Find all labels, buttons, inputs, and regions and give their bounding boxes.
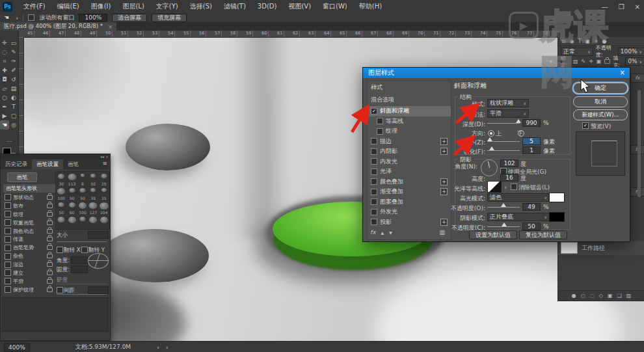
angle-dial[interactable]	[481, 159, 498, 176]
menu-item-0[interactable]: 文件(F)	[18, 0, 51, 13]
brush-option-checkbox[interactable]	[5, 219, 11, 226]
technique-select[interactable]: 平滑	[487, 109, 529, 118]
lock-artboard-icon[interactable]: ▣	[597, 59, 602, 64]
filter-toggle-icon[interactable]: ●	[602, 38, 607, 44]
brush-preset[interactable]	[88, 215, 98, 229]
size-slider[interactable]	[487, 141, 520, 142]
brush-hardness-slider[interactable]	[57, 284, 107, 284]
brush-option-0[interactable]: 形状动态	[3, 193, 53, 202]
brush-option-checkbox[interactable]	[5, 253, 11, 260]
lock-pixels-icon[interactable]: ✎	[581, 59, 585, 64]
gloss-contour-thumbnail[interactable]	[487, 181, 502, 193]
blur-tool-icon[interactable]: ○	[0, 93, 9, 102]
new-adjustment-icon[interactable]: ▣	[608, 293, 613, 299]
shape-tool-icon[interactable]: ▢	[9, 111, 18, 120]
depth-slider[interactable]	[487, 123, 520, 124]
brush-preset[interactable]: 100	[56, 186, 66, 200]
mask-from-path-icon[interactable]: ◇	[599, 293, 603, 299]
style-checkbox[interactable]	[371, 148, 377, 155]
brush-preset[interactable]	[77, 215, 88, 229]
crop-tool-icon[interactable]: ⌗	[0, 57, 9, 66]
minimize-icon[interactable]: —	[602, 3, 608, 10]
menu-item-8[interactable]: 视图(V)	[282, 0, 317, 13]
brush-option-4[interactable]: 颜色动态	[3, 227, 53, 236]
brush-preset[interactable]: 25	[99, 172, 109, 186]
brush-option-checkbox[interactable]	[5, 262, 11, 268]
brush-option-3[interactable]: 双重画笔	[3, 219, 53, 227]
size-value[interactable]: 5	[522, 137, 541, 145]
brush-roundness-value[interactable]	[71, 265, 88, 273]
quick-selection-tool-icon[interactable]: ✎	[9, 47, 18, 57]
style-checkbox[interactable]	[371, 158, 377, 165]
brush-preset[interactable]	[66, 215, 77, 229]
brush-option-2[interactable]: 纹理	[3, 210, 53, 219]
brush-option-checkbox[interactable]	[5, 211, 11, 217]
lasso-tool-icon[interactable]: ◌	[0, 47, 9, 57]
healing-brush-tool-icon[interactable]: ✚	[0, 66, 9, 75]
brush-preset[interactable]: 204	[99, 200, 109, 215]
brush-preset[interactable]: 100	[77, 200, 88, 215]
brush-option-checkbox[interactable]	[5, 278, 11, 284]
brush-preset[interactable]: 50	[56, 200, 66, 215]
menu-item-9[interactable]: 窗口(W)	[317, 0, 353, 13]
history-brush-tool-icon[interactable]: ↺	[9, 75, 18, 84]
panel-scrollbar[interactable]	[637, 90, 641, 197]
tab-brush-settings[interactable]: 画笔设置	[32, 159, 63, 169]
highlight-mode-select[interactable]: 滤色	[487, 193, 550, 202]
brush-option-9[interactable]: 建立	[3, 269, 53, 277]
marquee-tool-icon[interactable]: ▭	[9, 38, 18, 47]
hand-tool-icon[interactable]: ☚	[0, 120, 9, 129]
style-checkbox[interactable]	[371, 138, 377, 144]
brush-option-6[interactable]: 画笔笔势	[3, 243, 53, 252]
filter-image-icon[interactable]: ◉	[570, 38, 574, 44]
brush-option-checkbox[interactable]	[5, 245, 11, 251]
style-item-10[interactable]: 外发光	[368, 207, 451, 217]
style-checkbox[interactable]	[371, 189, 377, 195]
brush-preset[interactable]: 8	[77, 172, 88, 186]
brush-preset[interactable]: 50	[88, 172, 98, 186]
brush-option-checkbox[interactable]	[5, 194, 11, 200]
brush-preset[interactable]: 113	[66, 172, 77, 186]
direction-up-radio[interactable]	[488, 130, 494, 137]
brush-option-1[interactable]: 散布	[3, 202, 53, 210]
fit-screen-button[interactable]: 适合屏幕	[112, 14, 147, 22]
brush-size-slider[interactable]	[57, 241, 107, 242]
dialog-title-bar[interactable]: 图层样式	[363, 68, 630, 78]
style-item-0[interactable]: ✓斜面和浮雕	[368, 106, 451, 116]
brush-angle-control[interactable]	[88, 253, 109, 269]
restore-icon[interactable]: ❐	[619, 3, 624, 10]
collapse-panel-icon[interactable]: ◂◂	[100, 154, 104, 159]
menu-item-6[interactable]: 滤镜(T)	[218, 0, 252, 13]
brush-option-10[interactable]: 平滑	[3, 277, 53, 286]
shadow-mode-select[interactable]: 正片叠底	[487, 213, 550, 221]
eyedropper-tool-icon[interactable]: ✑	[9, 57, 18, 66]
flip-x-checkbox[interactable]	[57, 247, 63, 253]
anti-alias-checkbox[interactable]	[511, 183, 517, 190]
shadow-color-swatch[interactable]	[549, 212, 565, 222]
style-item-8[interactable]: 渐变叠加+	[368, 187, 451, 197]
style-checkbox[interactable]	[371, 178, 377, 185]
brush-tip-shape-item[interactable]: 画笔笔头形状	[3, 184, 55, 193]
clone-stamp-tool-icon[interactable]: ◘	[0, 75, 9, 84]
highlight-color-swatch[interactable]	[549, 193, 565, 202]
style-checkbox[interactable]	[371, 209, 377, 215]
menu-item-1[interactable]: 编辑(E)	[51, 0, 85, 13]
brush-option-checkbox[interactable]	[5, 269, 11, 276]
zoom-100-button[interactable]: 100%	[79, 14, 107, 22]
brush-angle-value[interactable]	[71, 256, 88, 264]
brush-preset[interactable]: 50	[77, 186, 88, 200]
brush-spacing-value[interactable]	[88, 286, 109, 294]
style-checkbox[interactable]	[377, 128, 383, 135]
brush-option-checkbox[interactable]	[5, 202, 11, 209]
menu-item-3[interactable]: 图层(L)	[116, 0, 150, 13]
tab-history[interactable]: 历史记录	[1, 159, 32, 169]
style-item-3[interactable]: 描边+	[368, 137, 451, 147]
altitude-value[interactable]: 16	[500, 174, 518, 182]
panel-menu-icon[interactable]: ≡	[102, 160, 107, 167]
zoom-tool-icon[interactable]: ◎	[9, 120, 18, 129]
pen-tool-icon[interactable]: ✒	[0, 102, 9, 111]
fill-screen-button[interactable]: 填充屏幕	[152, 14, 187, 22]
new-path-icon[interactable]: ❏	[617, 293, 621, 299]
style-item-7[interactable]: 颜色叠加+	[368, 177, 451, 187]
menu-item-4[interactable]: 文字(Y)	[150, 0, 184, 13]
